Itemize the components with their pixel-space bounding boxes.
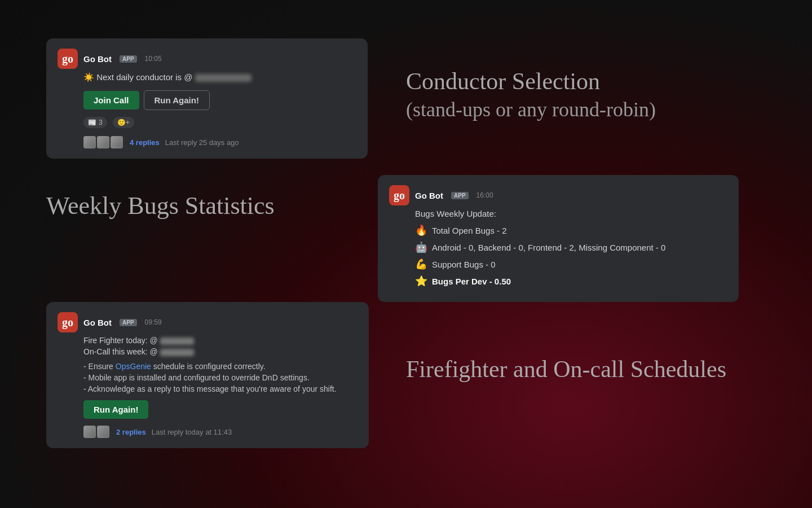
- bugs-card: go Go Bot APP 16:00 Bugs Weekly Update: …: [378, 175, 739, 302]
- reply-avatar-1: [83, 136, 96, 148]
- join-call-button[interactable]: Join Call: [83, 91, 139, 110]
- card1-reaction-row: 📰 3 🙂+: [83, 117, 356, 128]
- ff-list-item-2: - Mobile app is installed and configured…: [83, 373, 358, 382]
- conductor-title-line1: Conductor Selection: [406, 68, 600, 94]
- reply-avatar-3: [111, 136, 123, 148]
- ff-instructions-list: - Ensure OpsGenie schedule is configured…: [83, 362, 358, 393]
- card2-time: 16:00: [476, 191, 493, 199]
- card3-bot-header: go Go Bot APP 09:59: [58, 312, 358, 332]
- ff-list-item-1: - Ensure OpsGenie schedule is configured…: [83, 362, 358, 371]
- run-again-button-3[interactable]: Run Again!: [83, 400, 148, 419]
- card3-replies-row: 2 replies Last reply today at 11:43: [83, 426, 358, 438]
- card3-replies-link[interactable]: 2 replies: [116, 428, 146, 436]
- card2-line2: 🤖 Android - 0, Backend - 0, Frontend - 2…: [415, 241, 727, 253]
- card1-bot-name: Go Bot: [83, 54, 112, 64]
- card2-header-line: Bugs Weekly Update:: [415, 209, 727, 218]
- card1-btn-row: Join Call Run Again!: [83, 90, 356, 110]
- ff-title: Firefighter and On-call Schedules: [406, 356, 726, 383]
- add-reaction-button-1[interactable]: 🙂+: [113, 117, 134, 128]
- bugs-title-line1: Weekly Bugs Statistics: [46, 192, 275, 220]
- run-again-button-1[interactable]: Run Again!: [144, 90, 210, 110]
- reply-avatar-2: [97, 136, 109, 148]
- card1-app-badge: APP: [120, 55, 137, 63]
- add-reaction-icon-1: 🙂+: [117, 119, 130, 126]
- star-emoji: ⭐: [415, 275, 427, 287]
- card1-reply-avatars: [83, 136, 124, 148]
- card2-line3-text: Support Bugs - 0: [432, 260, 496, 269]
- android-emoji: 🤖: [415, 241, 427, 253]
- conductor-card: go Go Bot APP 10:05 ☀️ Next daily conduc…: [46, 38, 368, 159]
- card2-line3: 💪 Support Bugs - 0: [415, 258, 727, 270]
- bugs-title: Weekly Bugs Statistics: [46, 192, 275, 221]
- go-bot-avatar-1: go: [58, 49, 78, 69]
- card3-btn-row: Run Again!: [83, 400, 358, 419]
- card1-message: ☀️ Next daily conductor is @: [83, 72, 356, 82]
- fire-emoji: 🔥: [415, 224, 427, 237]
- card2-header-text: Bugs Weekly Update:: [415, 209, 496, 218]
- card3-app-badge: APP: [120, 319, 137, 326]
- ff-list-item-3: - Acknowledge as a reply to this message…: [83, 384, 358, 393]
- reply-avatar-3b: [97, 426, 109, 438]
- opsgenie-link[interactable]: OpsGenie: [116, 362, 151, 371]
- card1-time: 10:05: [145, 55, 162, 63]
- reply-avatar-3a: [83, 426, 96, 438]
- card2-line4: ⭐ Bugs Per Dev - 0.50: [415, 275, 727, 287]
- muscle-emoji: 💪: [415, 258, 427, 270]
- ff-line-fighter: Fire Fighter today: @: [83, 336, 358, 345]
- card1-blurred-name: [195, 74, 251, 82]
- card3-reply-avatars: [83, 426, 111, 438]
- ff-title-line1: Firefighter and On-call Schedules: [406, 356, 726, 382]
- conductor-title-line2: (stand-ups or any round-robin): [406, 98, 656, 121]
- firefighter-card: go Go Bot APP 09:59 Fire Fighter today: …: [46, 302, 369, 448]
- card3-bot-name: Go Bot: [83, 318, 112, 327]
- ff-name-blur-2: [160, 349, 194, 356]
- reaction-fakenews[interactable]: 📰 3: [83, 117, 107, 128]
- card1-replies-link[interactable]: 4 replies: [130, 138, 160, 147]
- go-bot-avatar-3: go: [58, 312, 78, 332]
- card2-line1: 🔥 Total Open Bugs - 2: [415, 224, 727, 237]
- card2-line2-text: Android - 0, Backend - 0, Frontend - 2, …: [432, 243, 665, 252]
- card2-app-badge: APP: [451, 192, 469, 199]
- card3-time: 09:59: [145, 318, 162, 326]
- card3-replies-meta: Last reply today at 11:43: [152, 428, 232, 436]
- reaction-count-1: 3: [99, 119, 103, 126]
- card1-bot-header: go Go Bot APP 10:05: [58, 49, 356, 69]
- card2-line4-text: Bugs Per Dev - 0.50: [432, 277, 511, 286]
- card2-bot-name: Go Bot: [415, 191, 443, 200]
- ff-name-blur-1: [160, 338, 194, 345]
- card2-line1-text: Total Open Bugs - 2: [432, 226, 507, 235]
- card1-replies-row: 4 replies Last reply 25 days ago: [83, 136, 356, 148]
- conductor-title: Conductor Selection (stand-ups or any ro…: [406, 68, 656, 122]
- card1-replies-meta: Last reply 25 days ago: [165, 138, 239, 147]
- card2-bot-header: go Go Bot APP 16:00: [389, 185, 727, 205]
- go-bot-avatar-2: go: [389, 185, 409, 205]
- ff-line-oncall: On-Call this week: @: [83, 347, 358, 356]
- reaction-emoji-1: 📰: [88, 119, 96, 126]
